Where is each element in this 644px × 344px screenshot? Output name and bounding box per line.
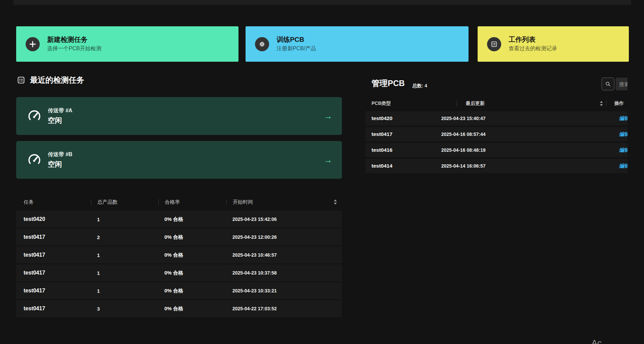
pass-rate: 0% 合格: [158, 306, 226, 312]
last-updated: 2025-04-14 16:06:57: [441, 163, 486, 169]
chip-icon: [255, 37, 269, 51]
conveyor-status: 空闲: [48, 160, 72, 169]
last-updated: 2025-04-16 08:48:19: [441, 147, 486, 153]
work-list-card[interactable]: 工作列表 查看过去的检测记录: [478, 26, 629, 62]
table-row[interactable]: test0417 1 0% 合格 2025-04-23 10:37:58: [16, 264, 342, 281]
edit-link[interactable]: 编辑: [619, 147, 627, 153]
card-subtitle: 选择一个PCB开始检测: [47, 45, 101, 52]
column-header-pcb-type: PCB类型: [365, 101, 457, 107]
table-header-row: PCB类型 最后更新 操作: [365, 98, 627, 109]
search-icon: [605, 81, 611, 87]
column-header-last-updated: 最后更新: [457, 101, 596, 107]
table-row[interactable]: test0420 2025-04-23 15:40:47 编辑: [365, 111, 627, 125]
task-name: test0417: [16, 306, 91, 312]
column-header-pass-rate: 合格率: [158, 199, 226, 205]
manage-pcb-title: 管理PCB: [372, 78, 405, 89]
plus-icon: [26, 37, 40, 51]
manage-pcb-table: PCB类型 最后更新 操作 test0420 2025-04-23 15:40:…: [365, 98, 627, 175]
table-row[interactable]: test0417 1 0% 合格 2025-04-23 10:46:57: [16, 247, 342, 263]
gauge-icon: [27, 152, 42, 167]
pcb-type: test0414: [365, 163, 441, 169]
recent-tasks-header: 最近的检测任务: [17, 75, 84, 85]
recent-tasks-table: 任务 总产品数 合格率 开始时间 test0420 1 0% 合格 2025-0…: [16, 197, 342, 318]
edit-link[interactable]: 编辑: [619, 115, 627, 122]
conveyor-b-card[interactable]: 传送带 #B 空闲 →: [16, 141, 342, 179]
section-title: 最近的检测任务: [30, 75, 84, 85]
card-subtitle: 注册新PCB/产品: [277, 45, 316, 52]
search-button[interactable]: [602, 78, 614, 90]
sort-icon[interactable]: [596, 101, 606, 106]
pcb-type: test0420: [365, 115, 441, 121]
pass-rate: 0% 合格: [158, 234, 226, 240]
card-title: 训练PCB: [277, 36, 316, 44]
pass-rate: 0% 合格: [158, 288, 226, 294]
start-time: 2025-04-23 10:46:57: [226, 252, 342, 258]
start-time: 2025-04-23 15:42:06: [226, 217, 342, 222]
total-products: 1: [91, 288, 158, 294]
train-pcb-card[interactable]: 训练PCB 注册新PCB/产品: [246, 26, 469, 62]
gauge-icon: [27, 109, 42, 123]
edit-link[interactable]: 编辑: [619, 163, 627, 169]
table-row[interactable]: test0417 2 0% 合格 2025-04-23 12:00:26: [16, 229, 342, 246]
total-products: 1: [91, 252, 158, 258]
table-row[interactable]: test0417 2025-04-16 08:57:44 编辑: [365, 127, 627, 141]
column-header-task: 任务: [16, 199, 91, 205]
task-name: test0417: [16, 234, 91, 240]
new-inspection-task-card[interactable]: 新建检测任务 选择一个PCB开始检测: [16, 26, 238, 62]
start-time: 2025-04-22 17:03:52: [226, 306, 342, 311]
pcb-dashboard: { "colors": { "page_bg": "#131313", "top…: [0, 0, 644, 344]
pcb-type: test0417: [365, 131, 441, 137]
arrow-right-icon: →: [324, 111, 332, 121]
table-row[interactable]: test0420 1 0% 合格 2025-04-23 15:42:06: [16, 211, 342, 228]
table-header-row: 任务 总产品数 合格率 开始时间: [16, 197, 342, 207]
card-title: 新建检测任务: [47, 36, 101, 44]
conveyor-a-card[interactable]: 传送带 #A 空闲 →: [16, 97, 342, 135]
conveyor-status: 空闲: [48, 116, 72, 125]
total-products: 1: [91, 217, 158, 222]
pass-rate: 0% 合格: [158, 216, 226, 223]
total-products: 1: [91, 270, 158, 276]
top-toolbar: [13, 0, 631, 5]
last-updated: 2025-04-23 15:40:47: [441, 116, 486, 121]
card-title: 工作列表: [509, 36, 557, 44]
pcb-search-group: [602, 78, 627, 90]
edit-link[interactable]: 编辑: [619, 131, 627, 138]
start-time: 2025-04-23 10:37:58: [226, 270, 342, 276]
table-row[interactable]: test0414 2025-04-14 16:06:57 编辑: [365, 159, 627, 173]
conveyor-name: 传送带 #B: [48, 151, 72, 158]
column-header-total: 总产品数: [91, 199, 158, 205]
search-input[interactable]: [616, 78, 627, 90]
pcb-total-count: 总数: 4: [412, 83, 427, 89]
task-name: test0417: [16, 270, 91, 276]
checklist-icon: [17, 76, 25, 84]
table-row[interactable]: test0417 3 0% 合格 2025-04-22 17:03:52: [16, 300, 342, 317]
sort-icon[interactable]: [328, 199, 342, 205]
table-row[interactable]: test0417 1 0% 合格 2025-04-23 10:33:21: [16, 282, 342, 299]
start-time: 2025-04-23 10:33:21: [226, 288, 342, 293]
column-header-start-time: 开始时间: [226, 199, 328, 205]
table-row[interactable]: test0416 2025-04-16 08:48:19 编辑: [365, 143, 627, 157]
watermark-text-fragment: Ac: [591, 338, 602, 344]
total-products: 3: [91, 306, 158, 312]
pcb-type: test0416: [365, 147, 441, 153]
task-name: test0420: [16, 216, 91, 222]
conveyor-name: 传送带 #A: [48, 107, 72, 114]
total-products: 2: [91, 234, 158, 240]
list-icon: [487, 37, 501, 51]
task-name: test0417: [16, 252, 91, 258]
pass-rate: 0% 合格: [158, 252, 226, 258]
arrow-right-icon: →: [324, 155, 332, 165]
card-subtitle: 查看过去的检测记录: [509, 45, 557, 52]
start-time: 2025-04-23 12:00:26: [226, 234, 342, 240]
column-header-actions: 操作: [606, 101, 627, 107]
pass-rate: 0% 合格: [158, 270, 226, 276]
last-updated: 2025-04-16 08:57:44: [441, 132, 486, 137]
task-name: test0417: [16, 288, 91, 294]
